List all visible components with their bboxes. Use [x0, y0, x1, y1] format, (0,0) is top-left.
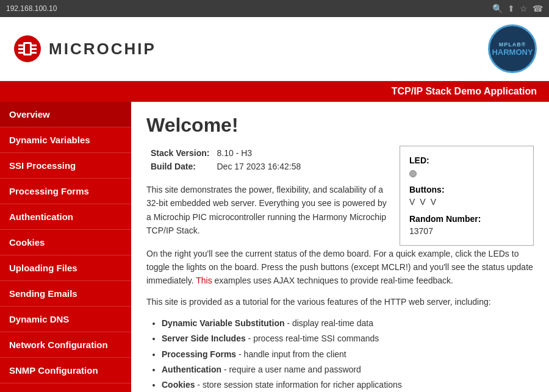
text-section: Stack Version: 8.10 - H3 Build Date: Dec… [146, 146, 387, 247]
sidebar-item-dynamic-dns[interactable]: Dynamic DNS [0, 307, 131, 332]
share-icon[interactable]: ⬆ [508, 4, 515, 13]
led-label: LED: [409, 155, 524, 165]
site-description: This site demonstrates the power, flexib… [146, 183, 387, 238]
app-banner: TCP/IP Stack Demo Application [0, 81, 549, 102]
sidebar: Overview Dynamic Variables SSI Processin… [0, 102, 131, 392]
svg-rect-3 [18, 45, 23, 46]
button-v3[interactable]: V [431, 197, 436, 207]
sidebar-item-network-configuration[interactable]: Network Configuration [0, 332, 131, 358]
svg-rect-8 [32, 52, 37, 54]
sidebar-item-processing-forms[interactable]: Processing Forms [0, 179, 131, 204]
page-heading: Welcome! [146, 114, 534, 137]
feature-bold-4: Authentication [162, 365, 221, 374]
feature-rest-1: - display real-time data [285, 318, 374, 328]
svg-rect-7 [32, 48, 37, 50]
browser-icons: 🔍 ⬆ ☆ ☎ [492, 4, 543, 13]
led-indicator[interactable] [409, 170, 417, 177]
sidebar-item-ssi-processing[interactable]: SSI Processing [0, 153, 131, 179]
microchip-logo-icon [12, 34, 43, 64]
banner-title: TCP/IP Stack Demo Application [392, 86, 537, 96]
browser-bar: 192.168.100.10 🔍 ⬆ ☆ ☎ [0, 0, 549, 17]
stack-version-label: Stack Version: [148, 147, 213, 159]
harmony-mplab: MPLAB® [499, 41, 526, 48]
harmony-text: HARMONY [492, 48, 533, 57]
status-box: LED: Buttons: V V V Random Number: 13707 [400, 146, 534, 246]
header: MICROCHIP MPLAB® HARMONY [0, 17, 549, 81]
sidebar-item-uploading-files[interactable]: Uploading Files [0, 255, 131, 281]
buttons-label: Buttons: [409, 185, 524, 194]
sidebar-item-overview[interactable]: Overview [0, 102, 131, 127]
content-area: Welcome! Stack Version: 8.10 - H3 Build … [131, 102, 549, 392]
random-number-label: Random Number: [409, 214, 524, 224]
feature-rest-2: - process real-time SSI commands [246, 333, 379, 343]
bookmark-icon[interactable]: ☆ [520, 4, 528, 13]
sidebar-item-snmp-configuration[interactable]: SNMP Configuration [0, 358, 131, 383]
stack-version-value: 8.10 - H3 [214, 147, 304, 159]
main-content-row: Stack Version: 8.10 - H3 Build Date: Dec… [146, 146, 534, 247]
button-v1[interactable]: V [409, 197, 415, 207]
svg-rect-5 [18, 52, 23, 54]
sidebar-item-cookies[interactable]: Cookies [0, 230, 131, 255]
search-icon[interactable]: 🔍 [492, 4, 503, 13]
svg-rect-6 [32, 45, 37, 46]
feature-bold-5: Cookies [162, 380, 195, 390]
paragraph-2: This site is provided as a tutorial for … [146, 295, 534, 308]
list-item: Dynamic Variable Substitution - display … [162, 316, 534, 331]
list-item: Processing Forms - handle input from the… [162, 347, 534, 362]
sidebar-item-dynamic-variables[interactable]: Dynamic Variables [0, 127, 131, 153]
logo-area: MICROCHIP [12, 34, 156, 64]
button-v2[interactable]: V [420, 197, 425, 207]
svg-rect-4 [18, 48, 23, 50]
paragraph-1: On the right you'll see the current stat… [146, 247, 534, 288]
feature-rest-3: - handle input from the client [236, 349, 346, 359]
build-date-value: Dec 17 2023 16:42:58 [214, 160, 304, 173]
browser-url: 192.168.100.10 [6, 4, 57, 13]
svg-rect-2 [25, 44, 30, 54]
random-number-value: 13707 [409, 226, 524, 236]
harmony-badge: MPLAB® HARMONY [488, 24, 537, 73]
feature-bold-2: Server Side Includes [162, 333, 246, 343]
logo-text: MICROCHIP [49, 40, 156, 59]
feature-rest-4: - require a user name and password [221, 365, 361, 374]
info-table: Stack Version: 8.10 - H3 Build Date: Dec… [146, 146, 305, 174]
feature-bold-3: Processing Forms [162, 349, 236, 359]
feature-bold-1: Dynamic Variable Substitution [162, 318, 285, 328]
sidebar-item-authentication[interactable]: Authentication [0, 204, 131, 230]
list-item: Cookies - store session state informatio… [162, 377, 534, 392]
features-list: Dynamic Variable Substitution - display … [162, 316, 534, 392]
phone-icon[interactable]: ☎ [533, 4, 543, 13]
feature-rest-5: - store session state information for ri… [195, 380, 401, 390]
main-layout: Overview Dynamic Variables SSI Processin… [0, 102, 549, 392]
sidebar-item-sending-emails[interactable]: Sending Emails [0, 281, 131, 307]
list-item: Authentication - require a user name and… [162, 362, 534, 377]
list-item: Server Side Includes - process real-time… [162, 331, 534, 346]
build-date-label: Build Date: [148, 160, 213, 173]
buttons-row: V V V [409, 197, 524, 207]
